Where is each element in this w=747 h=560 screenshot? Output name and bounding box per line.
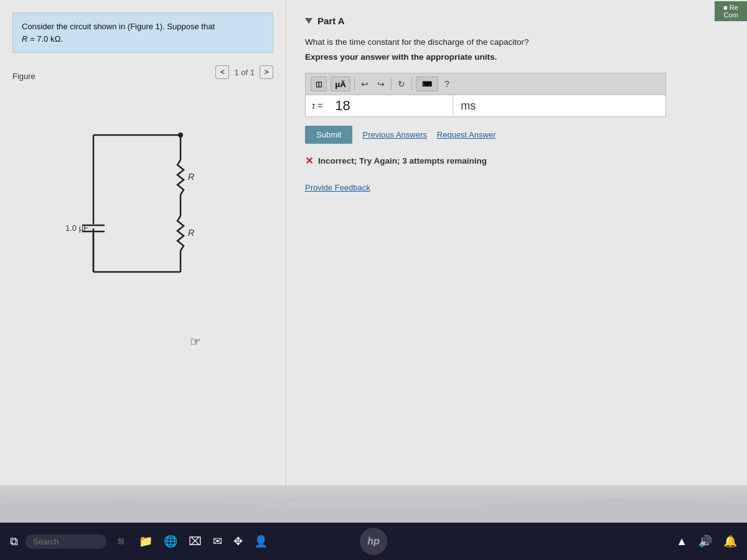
problem-formula: R = 7.0 kΩ.	[22, 34, 63, 44]
grid-icon: ⌧	[189, 534, 202, 548]
help-icon[interactable]: ?	[442, 78, 452, 90]
mu-button[interactable]: μÄ	[331, 77, 350, 91]
notification-button[interactable]: 🔔	[720, 532, 741, 551]
toolbar-sep-2	[391, 78, 392, 90]
answer-input[interactable]	[329, 95, 453, 116]
taskbar: ⧉ ◾ 📁 🌐 ⌧ ✉ ✥ 👤 hp ▲ 🔊 🔔	[0, 523, 747, 560]
left-panel: Consider the circuit shown in (Figure 1)…	[0, 0, 286, 523]
feedback-link[interactable]: Provide Feedback	[305, 183, 370, 192]
file-explorer-icon: 📁	[139, 534, 153, 548]
windows-icon: ⧉	[10, 535, 18, 548]
undo-icon[interactable]: ↩	[359, 78, 371, 90]
format-button-1[interactable]: ◫	[311, 77, 327, 91]
grid-app-button[interactable]: ⌧	[185, 532, 205, 551]
hp-text: hp	[367, 536, 380, 547]
settings-icon: ✥	[233, 534, 243, 548]
hp-logo: hp	[360, 528, 387, 555]
figure-next-button[interactable]: >	[260, 65, 273, 79]
mail-icon: ✉	[213, 534, 222, 548]
sound-symbol: 🔊	[698, 534, 712, 548]
file-explorer-button[interactable]: 📁	[135, 532, 156, 551]
error-box: ✕ Incorrect; Try Again; 3 attempts remai…	[305, 155, 728, 167]
request-answer-link[interactable]: Request Answer	[437, 130, 496, 139]
right-panel: ■ Re Com Part A What is the time constan…	[286, 0, 747, 523]
svg-text:R: R	[188, 228, 194, 238]
problem-text-line1: Consider the circuit shown in (Figure 1)…	[22, 22, 215, 31]
browser-button[interactable]: 🌐	[160, 532, 181, 551]
figure-nav: < 1 of 1 >	[215, 65, 273, 79]
toolbar-sep-3	[411, 78, 412, 90]
network-icon[interactable]: ▲	[672, 533, 691, 551]
re-label: ■ Re	[723, 4, 738, 11]
tau-label: τ =	[306, 97, 329, 114]
task-view-icon: ◾	[114, 534, 128, 548]
refresh-icon[interactable]: ↻	[395, 78, 408, 90]
prev-answers-link[interactable]: Previous Answers	[362, 130, 426, 139]
figure-prev-button[interactable]: <	[215, 65, 229, 79]
toolbar-sep-1	[354, 78, 355, 90]
problem-statement: Consider the circuit shown in (Figure 1)…	[12, 12, 273, 53]
network-symbol: ▲	[676, 535, 687, 548]
keyboard-icon: ⌨	[422, 80, 432, 88]
submit-row: Submit Previous Answers Request Answer	[305, 126, 728, 144]
answer-instruction: Express your answer with the appropriate…	[305, 52, 728, 62]
figure-label: Figure	[12, 72, 35, 81]
svg-text:R: R	[188, 172, 194, 182]
task-view-button[interactable]: ◾	[110, 532, 131, 551]
sound-icon[interactable]: 🔊	[695, 532, 716, 551]
wave-svg	[0, 485, 747, 523]
part-a-label: Part A	[317, 16, 345, 26]
circuit-svg: R R 1.0 μF	[56, 104, 230, 303]
answer-toolbar: ◫ μÄ ↩ ↪ ↻ ⌨ ?	[305, 73, 666, 95]
user-button[interactable]: 👤	[250, 532, 271, 551]
format-icon-1: ◫	[316, 80, 322, 88]
answer-row: τ = ms	[305, 95, 666, 117]
com-label: Com	[723, 11, 738, 19]
svg-point-10	[178, 133, 183, 138]
keyboard-button[interactable]: ⌨	[416, 77, 438, 91]
notification-icon: 🔔	[723, 534, 737, 548]
question-text-1: What is the time constant for the discha…	[305, 36, 728, 49]
figure-page: 1 of 1	[234, 68, 255, 77]
redo-icon[interactable]: ↪	[375, 78, 387, 90]
collapse-icon[interactable]	[305, 18, 312, 24]
part-a-header: Part A	[305, 16, 728, 26]
taskbar-search[interactable]	[26, 534, 106, 549]
mu-label: μÄ	[335, 80, 345, 89]
submit-button[interactable]: Submit	[305, 126, 352, 144]
error-icon: ✕	[305, 155, 313, 167]
error-text: Incorrect; Try Again; 3 attempts remaini…	[318, 156, 487, 166]
wave-bg	[0, 485, 747, 523]
cursor-hand: ☞	[190, 334, 201, 349]
settings-button[interactable]: ✥	[230, 532, 247, 551]
svg-text:1.0 μF: 1.0 μF	[65, 223, 88, 233]
user-icon: 👤	[254, 534, 268, 548]
re-com-button[interactable]: ■ Re Com	[715, 1, 747, 21]
start-button[interactable]: ⧉	[6, 533, 22, 551]
units-display: ms	[453, 97, 665, 115]
taskbar-right: ▲ 🔊 🔔	[672, 532, 741, 551]
mail-button[interactable]: ✉	[209, 532, 226, 551]
circuit-diagram: R R 1.0 μF ☞	[56, 104, 230, 303]
browser-icon: 🌐	[164, 534, 177, 548]
